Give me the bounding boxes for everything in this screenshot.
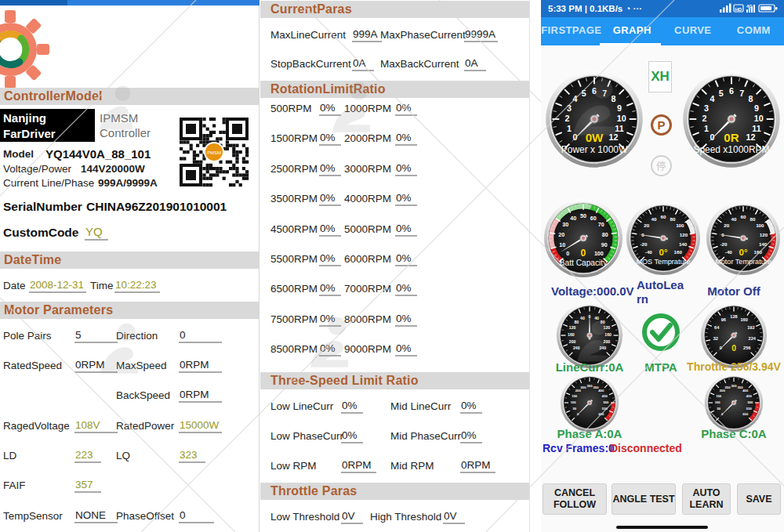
rpm-label: 7000RPM — [344, 283, 391, 295]
date-field[interactable]: 2008-12-31 — [29, 279, 86, 293]
rpm-ratio-field[interactable]: 0% — [395, 162, 417, 176]
svg-text:-20: -20 — [640, 241, 648, 247]
svg-text:0: 0 — [566, 251, 569, 257]
svg-text:140: 140 — [679, 241, 688, 247]
svg-text:0: 0 — [710, 132, 715, 142]
line-current-gauge: 240200160120804004080120160200240 — [556, 302, 623, 369]
param-label: Low Threshold — [270, 511, 339, 523]
tab-curve[interactable]: CURVE — [662, 17, 724, 45]
param-label: Low RPM — [270, 460, 317, 472]
svg-text:2: 2 — [564, 114, 569, 123]
param-label: Mid RPM — [390, 460, 434, 472]
svg-text:4: 4 — [710, 94, 715, 103]
param-label: Mid PhaseCurr — [390, 430, 461, 442]
svg-text:400: 400 — [742, 389, 749, 393]
param-field[interactable]: 0V — [341, 510, 363, 524]
rpm-ratio-field[interactable]: 0% — [395, 102, 417, 116]
param-label: Low LineCurr — [270, 400, 333, 412]
svg-text:Speed x1000RPM: Speed x1000RPM — [693, 144, 769, 155]
param-field[interactable]: 0RPM — [179, 359, 222, 373]
param-field[interactable]: 0RPM — [460, 459, 495, 473]
svg-text:0R: 0R — [724, 131, 739, 144]
param-label: RagedVoltage — [3, 420, 70, 432]
custom-code-label: CustomCode — [3, 226, 78, 240]
svg-text:120: 120 — [760, 232, 768, 237]
param-label: PhaseOffset — [116, 510, 174, 522]
param-field[interactable]: 223 — [74, 449, 101, 463]
param-field[interactable]: 0RPM — [74, 359, 118, 373]
param-field[interactable]: 357 — [74, 479, 101, 493]
rpm-ratio-field[interactable]: 0% — [395, 132, 417, 146]
section-header-current-paras: CurrentParas — [260, 1, 529, 18]
svg-text:1: 1 — [704, 124, 709, 133]
rpm-ratio-field[interactable]: 0% — [395, 342, 417, 356]
rpm-ratio-field[interactable]: 0% — [319, 342, 341, 356]
param-field[interactable]: 323 — [179, 449, 205, 463]
rpm-ratio-field[interactable]: 0% — [395, 282, 417, 296]
brand-line1: Nanjing — [3, 110, 95, 126]
param-field[interactable]: 0A — [352, 57, 374, 71]
tab-graph[interactable]: GRAPH — [602, 17, 663, 45]
rpm-ratio-field[interactable]: 0% — [319, 313, 341, 327]
param-field[interactable]: 0V — [443, 510, 465, 524]
param-field[interactable]: 0% — [341, 400, 363, 414]
param-field[interactable]: 0RPM — [179, 389, 222, 403]
param-field[interactable]: NONE — [74, 509, 118, 523]
param-field[interactable]: 0 — [179, 329, 222, 343]
phase-a-readout: Phase A:0A — [550, 427, 629, 440]
date-label: Date — [3, 280, 26, 291]
rpm-ratio-field[interactable]: 0% — [319, 132, 341, 146]
rpm-label: 8500RPM — [270, 343, 318, 355]
time-field[interactable]: 10:22:23 — [114, 279, 160, 293]
param-field[interactable]: 9999A — [464, 28, 498, 42]
section-header-throttle-paras: Throttle Paras — [260, 483, 529, 500]
rpm-ratio-field[interactable]: 0% — [319, 102, 341, 116]
rpm-ratio-field[interactable]: 0% — [319, 282, 341, 296]
svg-text:300: 300 — [587, 384, 593, 388]
param-field[interactable]: 5 — [74, 329, 118, 343]
custom-code-field[interactable]: YQ — [85, 225, 108, 241]
param-field[interactable]: 0RPM — [341, 459, 376, 473]
parking-indicator[interactable]: P — [651, 114, 672, 136]
rpm-ratio-field[interactable]: 0% — [319, 192, 341, 206]
param-field[interactable]: 0A — [464, 57, 486, 71]
angle-test-button[interactable]: ANGLE TEST — [612, 483, 676, 515]
rpm-ratio-field[interactable]: 0% — [395, 223, 417, 237]
tab-firstpage[interactable]: FIRSTPAGE — [541, 17, 602, 45]
svg-text:50: 50 — [580, 213, 586, 219]
svg-text:5: 5 — [582, 89, 586, 98]
param-field[interactable]: 15000W — [179, 419, 222, 433]
model-value: YQ144V0A_88_101 — [45, 147, 151, 161]
param-field[interactable]: 0% — [460, 429, 482, 443]
svg-text:20: 20 — [558, 232, 564, 238]
save-button[interactable]: SAVE — [737, 483, 781, 515]
rpm-ratio-field[interactable]: 0% — [319, 252, 341, 266]
param-field[interactable]: 0% — [460, 400, 482, 414]
param-field[interactable]: 0 — [179, 509, 214, 523]
phase-a-gauge: 050100150200250300350400450500550600 — [560, 373, 619, 432]
svg-text:2: 2 — [702, 114, 706, 123]
auto-learn-button[interactable]: AUTO LEARN — [682, 483, 731, 515]
rpm-ratio-field[interactable]: 0% — [395, 252, 417, 266]
rpm-label: 4500RPM — [270, 223, 318, 235]
svg-text:0: 0 — [721, 232, 724, 237]
section-header-three-speed: Three-Speed Limit Ratio — [260, 372, 529, 389]
svg-text:80: 80 — [602, 232, 608, 238]
rpm-label: 6500RPM — [270, 283, 318, 295]
rpm-label: 3500RPM — [270, 193, 318, 204]
svg-text:100: 100 — [594, 251, 604, 257]
param-field[interactable]: 999A — [352, 28, 382, 42]
svg-text:9: 9 — [617, 103, 622, 113]
param-field[interactable]: 0% — [341, 429, 363, 443]
rpm-ratio-field[interactable]: 0% — [395, 313, 417, 327]
cancel-follow-button[interactable]: CANCEL FOLLOW — [543, 483, 607, 515]
rpm-ratio-field[interactable]: 0% — [395, 192, 417, 206]
tab-comm[interactable]: COMM — [724, 17, 784, 45]
svg-text:200: 200 — [575, 389, 582, 393]
rpm-ratio-field[interactable]: 0% — [319, 162, 341, 176]
rpm-ratio-field[interactable]: 0% — [319, 223, 341, 237]
stop-indicator[interactable]: 停 — [651, 155, 672, 176]
param-field[interactable]: 108V — [74, 419, 118, 433]
svg-text:10: 10 — [559, 242, 565, 248]
serial-number-label: SerialNumber — [3, 200, 82, 214]
